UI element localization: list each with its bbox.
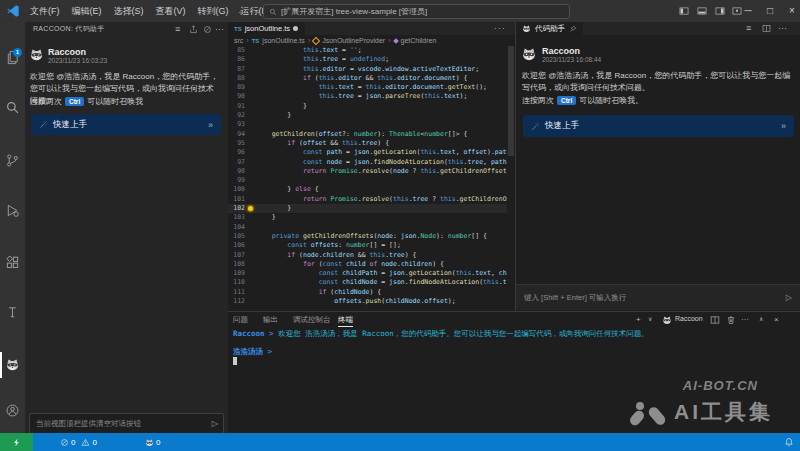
line-number: 110	[228, 278, 245, 287]
raccoon-status[interactable]: 0	[145, 433, 160, 451]
close-button[interactable]: ×	[782, 0, 800, 22]
gutter	[245, 288, 256, 297]
search-icon[interactable]	[5, 100, 20, 115]
typescript-file-icon: TS	[234, 26, 242, 32]
maximize-button[interactable]: □	[760, 0, 780, 22]
terminal-name[interactable]: Raccoon	[675, 315, 703, 322]
code-line: 103 }	[228, 213, 507, 222]
menu-selection[interactable]: 选择(S)	[108, 0, 150, 22]
modified-dot-icon[interactable]	[293, 26, 298, 31]
warnings-icon	[81, 438, 90, 447]
code-line: 108 for (const child of node.children) {	[228, 260, 507, 269]
new-terminal-icon[interactable]: +	[636, 313, 641, 326]
code-line: 91 }	[228, 102, 507, 111]
problems-status[interactable]: 0 0	[60, 433, 97, 451]
nav-forward-icon[interactable]: →	[250, 0, 262, 22]
tab-output[interactable]: 输出	[263, 314, 278, 326]
sidebar-chat-input[interactable]: 当前视图顶栏提供清空对话按钮 ▷	[29, 413, 224, 434]
menu-file[interactable]: 文件(F)	[24, 0, 66, 22]
code-text: }	[256, 111, 291, 120]
code-line: 111 if (childNode) {	[228, 288, 507, 297]
code-line: 89 this.text = this.editor.document.getT…	[228, 83, 507, 92]
quickstart-icon	[531, 122, 540, 131]
split-editor-icon[interactable]	[762, 24, 771, 33]
split-terminal-icon[interactable]	[710, 315, 720, 325]
clear-chat-icon[interactable]	[203, 25, 212, 34]
assistant-chat-input[interactable]: 键入 [Shift + Enter] 可输入换行 ▷	[516, 284, 800, 310]
code-line: 88 if (this.editor && this.editor.docume…	[228, 74, 507, 83]
line-number: 102	[228, 204, 245, 213]
tab-debug-console[interactable]: 调试控制台	[293, 314, 331, 326]
notifications-bell-icon[interactable]	[784, 437, 794, 447]
run-debug-icon[interactable]	[5, 203, 20, 218]
editor-scrollbar[interactable]	[507, 46, 515, 310]
quickstart-button[interactable]: 快速上手 »	[523, 115, 794, 137]
remote-indicator[interactable]	[0, 433, 33, 451]
menu-view[interactable]: 查看(V)	[150, 0, 192, 22]
minimize-button[interactable]: ─	[738, 0, 758, 22]
source-control-icon[interactable]	[5, 153, 20, 168]
line-number: 98	[228, 167, 245, 176]
panel-menu-icon[interactable]: ≡	[746, 21, 751, 35]
tab-terminal[interactable]: 终端	[338, 314, 353, 327]
send-icon[interactable]: ▷	[212, 419, 223, 428]
more-actions-icon[interactable]: ···	[778, 21, 787, 35]
line-number: 97	[228, 158, 245, 167]
terminal-dropdown-icon[interactable]: ∨	[648, 313, 652, 326]
extensions-icon[interactable]	[5, 255, 20, 270]
quickstart-label: 快速上手	[53, 119, 203, 131]
breadcrumb-src[interactable]: src	[234, 37, 243, 44]
breadcrumb-method[interactable]: getChildren	[401, 37, 437, 44]
maximize-panel-icon[interactable]: ∧	[759, 313, 763, 326]
chat-timestamp: 2023/11/23 16:03:23	[48, 57, 107, 64]
hint-row: 连按两次 Ctrl 可以随时召唤我	[30, 96, 143, 107]
breadcrumb-file[interactable]: jsonOutline.ts	[262, 37, 304, 44]
toggle-secondary-sidebar-icon[interactable]	[714, 6, 726, 16]
code-text: }	[256, 204, 291, 213]
command-center[interactable]: [扩展开发宿主] tree-view-sample [管理员]	[263, 4, 570, 19]
code-text: this.tree = undefined;	[256, 55, 389, 64]
terminal-line-blank	[233, 338, 649, 347]
raccoon-avatar	[29, 47, 44, 62]
kill-terminal-icon[interactable]	[726, 315, 736, 325]
bottom-panel: 问题 输出 调试控制台 终端 + ∨ Raccoon ··· ∧ × Racco…	[228, 311, 800, 433]
errors-icon	[60, 438, 69, 447]
gutter	[245, 148, 256, 157]
nav-back-icon[interactable]: ←	[236, 0, 248, 22]
line-number: 104	[228, 223, 245, 232]
line-number: 93	[228, 120, 245, 129]
code-text: private getChildrenOffsets(node: json.No…	[256, 232, 487, 241]
tab-problems[interactable]: 问题	[233, 314, 248, 326]
raccoon-icon[interactable]	[5, 357, 20, 372]
gutter	[245, 278, 256, 287]
close-panel-icon[interactable]: ×	[774, 313, 779, 326]
tools-icon[interactable]	[5, 305, 20, 320]
code-editor[interactable]: 85 this.text = '';86 this.tree = undefin…	[228, 46, 507, 310]
tab-jsonoutline[interactable]: TS jsonOutline.ts	[228, 22, 305, 35]
sidebar-raccoon: RACCOON: 代码助手 ≡ ··· Raccoon 2023/11/23 1…	[25, 22, 228, 433]
menu-edit[interactable]: 编辑(E)	[66, 0, 108, 22]
hint-suffix: 可以随时召唤我。	[579, 95, 643, 106]
pin-icon[interactable]	[569, 25, 577, 33]
quickstart-button[interactable]: 快速上手 »	[31, 114, 221, 135]
menu-goto[interactable]: 转到(G)	[192, 0, 235, 22]
tab-assistant[interactable]: 代码助手	[516, 22, 583, 35]
more-actions-icon[interactable]: ···	[741, 313, 749, 326]
method-symbol-icon	[393, 38, 399, 44]
breadcrumb: src › TS jsonOutline.ts › JsonOutlinePro…	[228, 35, 521, 46]
toggle-sidebar-icon[interactable]	[678, 6, 690, 16]
raccoon-avatar	[521, 46, 537, 62]
breadcrumb-class[interactable]: JsonOutlineProvider	[322, 37, 385, 44]
toggle-panel-icon[interactable]	[696, 6, 708, 16]
send-icon[interactable]: ▷	[786, 293, 800, 302]
lightbulb-icon[interactable]	[248, 206, 253, 211]
terminal-content[interactable]: Raccoon > 欢迎您 浩浩汤汤，我是 Raccoon，您的代码助手。您可以…	[233, 329, 649, 365]
scrollbar-thumb[interactable]	[508, 46, 514, 156]
list-icon[interactable]: ≡	[175, 22, 180, 36]
editor-actions-more-icon[interactable]: ···	[494, 22, 506, 35]
more-actions-icon[interactable]: ···	[215, 22, 224, 36]
line-number: 88	[228, 74, 245, 83]
export-chat-icon[interactable]	[189, 25, 198, 34]
account-icon[interactable]	[5, 403, 20, 418]
line-number: 109	[228, 269, 245, 278]
